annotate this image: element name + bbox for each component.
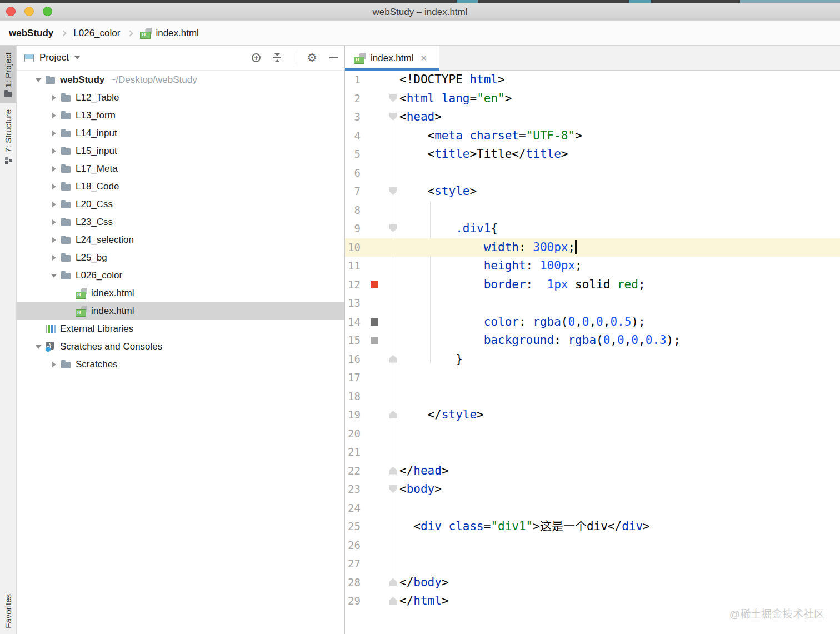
tree-expand-arrow-icon[interactable] <box>33 341 44 352</box>
tool-button-project[interactable]: 1: Project <box>0 46 16 103</box>
code-line[interactable]: 4 <meta charset="UTF-8"> <box>345 127 840 146</box>
tool-button-favorites[interactable]: Favorites <box>0 587 16 634</box>
code-text: <style> <box>399 182 477 201</box>
code-line[interactable]: 5 <title>Title</title> <box>345 145 840 164</box>
line-number: 7 <box>345 182 361 201</box>
fold-marker-icon[interactable] <box>389 355 397 363</box>
code-line[interactable]: 2<html lang="en"> <box>345 89 840 108</box>
tree-row[interactable]: L12_Table <box>17 89 344 107</box>
collapse-all-icon[interactable] <box>273 53 282 62</box>
tree-row[interactable]: Scratches and Consoles <box>17 338 344 356</box>
tree-expand-arrow-icon[interactable] <box>49 128 60 139</box>
tree-row[interactable]: External Libraries <box>17 320 344 338</box>
code-line[interactable]: 22</head> <box>345 462 840 481</box>
tree-row[interactable]: idnex.html <box>17 284 344 302</box>
tab-index-html[interactable]: index.html ✕ <box>345 46 439 71</box>
chevron-down-icon[interactable] <box>74 56 80 59</box>
fold-marker-icon[interactable] <box>389 113 397 121</box>
folder-icon <box>60 234 72 246</box>
code-editor[interactable]: 1<!DOCTYPE html>2<html lang="en">3<head>… <box>345 71 840 634</box>
project-tree[interactable]: webStudy~/Desktop/webStudyL12_TableL13_f… <box>17 71 344 634</box>
tree-expand-arrow-icon[interactable] <box>33 74 44 86</box>
tree-expand-arrow-icon[interactable] <box>49 270 60 281</box>
code-line[interactable]: 10 width: 300px; <box>345 238 840 257</box>
code-line[interactable]: 15 background: rgba(0,0,0,0.3); <box>345 331 840 350</box>
line-number: 8 <box>345 201 361 220</box>
tree-expand-arrow-icon[interactable] <box>49 163 60 174</box>
breadcrumb-project[interactable]: webStudy <box>9 28 53 39</box>
code-line[interactable]: 20 <box>345 425 840 443</box>
tree-row[interactable]: webStudy~/Desktop/webStudy <box>17 71 344 89</box>
tree-expand-arrow-icon[interactable] <box>49 146 60 157</box>
folder-icon <box>60 163 72 174</box>
tree-row[interactable]: L14_input <box>17 124 344 142</box>
fold-marker-icon[interactable] <box>389 597 397 605</box>
code-line[interactable]: 19 </style> <box>345 406 840 425</box>
code-line[interactable]: 26 <box>345 536 840 555</box>
tree-row[interactable]: L026_color <box>17 267 344 284</box>
code-line[interactable]: 9 .div1{ <box>345 219 840 238</box>
css-color-preview-icon[interactable] <box>371 337 378 344</box>
code-text: </body> <box>399 573 449 592</box>
code-line[interactable]: 28</body> <box>345 573 840 592</box>
code-line[interactable]: 8 <box>345 201 840 220</box>
code-line[interactable]: 1<!DOCTYPE html> <box>345 71 840 89</box>
fold-marker-icon[interactable] <box>389 467 397 475</box>
breadcrumb-folder[interactable]: L026_color <box>73 28 120 39</box>
close-tab-icon[interactable]: ✕ <box>420 53 427 63</box>
fold-marker-icon[interactable] <box>389 485 397 493</box>
tree-expand-arrow-icon[interactable] <box>49 217 60 228</box>
fold-marker-icon[interactable] <box>389 94 397 102</box>
tree-row[interactable]: L25_bg <box>17 249 344 267</box>
code-text: <title>Title</title> <box>399 145 568 164</box>
code-line[interactable]: 27 <box>345 555 840 573</box>
fold-marker-icon[interactable] <box>389 411 397 418</box>
tree-item-label: index.html <box>91 306 134 317</box>
tree-row[interactable]: L15_input <box>17 142 344 160</box>
folder-mini-icon <box>4 92 12 97</box>
settings-gear-icon[interactable]: ⚙ <box>307 53 317 62</box>
fold-marker-icon[interactable] <box>389 224 397 232</box>
tree-expand-arrow-icon[interactable] <box>49 359 60 370</box>
tree-expand-arrow-icon[interactable] <box>49 92 60 103</box>
code-line[interactable]: 7 <style> <box>345 182 840 201</box>
code-line[interactable]: 16 } <box>345 350 840 369</box>
code-line[interactable]: 18 <box>345 387 840 406</box>
project-panel-title[interactable]: Project <box>39 52 69 63</box>
css-color-preview-icon[interactable] <box>371 281 378 288</box>
css-color-preview-icon[interactable] <box>371 318 378 326</box>
fold-marker-icon[interactable] <box>389 578 397 586</box>
code-line[interactable]: 21 <box>345 443 840 462</box>
code-line[interactable]: 12 border: 1px solid red; <box>345 276 840 294</box>
tree-expand-arrow-icon[interactable] <box>49 234 60 246</box>
tree-row[interactable]: Scratches <box>17 356 344 373</box>
code-line[interactable]: 6 <box>345 164 840 183</box>
tree-row[interactable]: L17_Meta <box>17 160 344 178</box>
code-line[interactable]: 17 <box>345 368 840 387</box>
tree-row[interactable]: L18_Code <box>17 178 344 196</box>
tool-button-structure[interactable]: 7: Structure <box>0 103 16 169</box>
tree-expand-arrow-icon[interactable] <box>49 252 60 263</box>
breadcrumb-file[interactable]: index.html <box>156 28 198 39</box>
hide-panel-icon[interactable] <box>329 57 338 58</box>
tree-row[interactable]: L13_form <box>17 107 344 124</box>
tree-expand-arrow-icon[interactable] <box>49 181 60 192</box>
code-line[interactable]: 23<body> <box>345 480 840 499</box>
tree-row[interactable]: L24_selection <box>17 231 344 249</box>
locate-icon[interactable] <box>252 53 261 62</box>
tree-row[interactable]: L20_Css <box>17 196 344 213</box>
code-line[interactable]: 24 <box>345 499 840 518</box>
tree-row[interactable]: index.html <box>17 302 344 320</box>
tool-button-favorites-label: Favorites <box>3 594 13 628</box>
code-line[interactable]: 25 <div class="div1">这是一个div</div> <box>345 517 840 536</box>
tree-expand-arrow-icon[interactable] <box>49 199 60 210</box>
code-line[interactable]: 13 <box>345 294 840 313</box>
tree-expand-arrow-icon[interactable] <box>49 110 60 121</box>
code-line[interactable]: 14 color: rgba(0,0,0,0.5); <box>345 313 840 332</box>
tree-row[interactable]: L23_Css <box>17 213 344 231</box>
fold-marker-icon[interactable] <box>389 187 397 195</box>
line-number: 24 <box>345 499 361 518</box>
code-line[interactable]: 3<head> <box>345 108 840 127</box>
code-line[interactable]: 11 height: 100px; <box>345 257 840 276</box>
line-number: 19 <box>345 406 361 425</box>
